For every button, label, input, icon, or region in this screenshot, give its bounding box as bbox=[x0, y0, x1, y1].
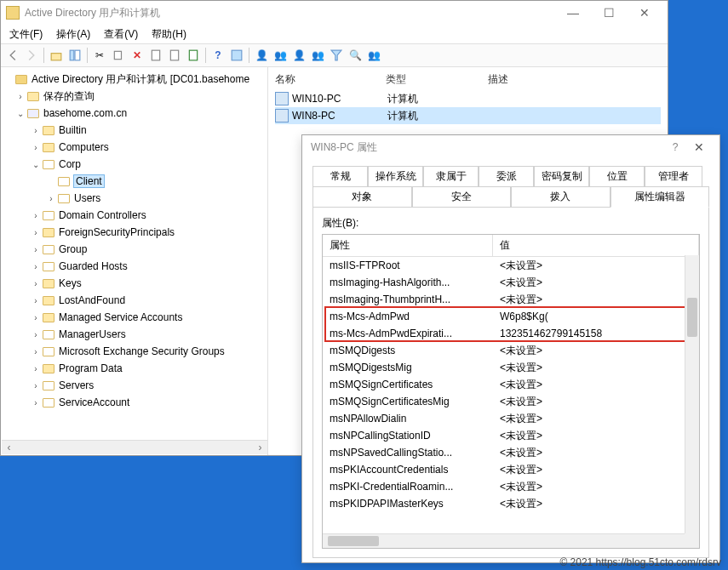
scrollbar-vertical[interactable] bbox=[685, 255, 699, 533]
attr-row[interactable]: msImaging-HashAlgorith...<未设置> bbox=[323, 274, 699, 291]
cell-name: WIN8-PC bbox=[292, 110, 387, 122]
properties-icon[interactable] bbox=[147, 47, 164, 64]
attr-row[interactable]: msNPCallingStationID<未设置> bbox=[323, 427, 699, 444]
tree-item-client[interactable]: Client bbox=[74, 175, 104, 187]
list-header[interactable]: 名称 类型 描述 bbox=[275, 72, 661, 90]
tab-delegation[interactable]: 委派 bbox=[479, 166, 534, 186]
tree-item[interactable]: Guarded Hosts bbox=[59, 260, 128, 272]
attr-row[interactable]: mSMQSignCertificates<未设置> bbox=[323, 376, 699, 393]
tab-managedby[interactable]: 管理者 bbox=[645, 166, 702, 186]
attr-row[interactable]: mSMQDigestsMig<未设置> bbox=[323, 359, 699, 376]
svg-rect-2 bbox=[75, 50, 80, 60]
attr-row[interactable]: msIIS-FTPRoot<未设置> bbox=[323, 257, 699, 274]
attr-row[interactable]: mSMQDigests<未设置> bbox=[323, 342, 699, 359]
tree-item[interactable]: Microsoft Exchange Security Groups bbox=[59, 345, 225, 357]
attr-row[interactable]: mSMQSignCertificatesMig<未设置> bbox=[323, 393, 699, 410]
watermark: © 2021 https://blog.51cto.com/rdsrv bbox=[559, 556, 721, 568]
help-icon[interactable]: ? bbox=[209, 47, 226, 64]
list-row[interactable]: WIN8-PC 计算机 bbox=[275, 107, 661, 124]
filter-icon[interactable] bbox=[328, 47, 345, 64]
tree-item[interactable]: Program Data bbox=[59, 362, 123, 374]
tab-os[interactable]: 操作系统 bbox=[368, 166, 423, 186]
col-name[interactable]: 名称 bbox=[275, 72, 386, 87]
tree-item[interactable]: Computers bbox=[59, 141, 109, 153]
maximize-button[interactable]: ☐ bbox=[591, 3, 627, 22]
tree-item[interactable]: Group bbox=[59, 243, 87, 255]
tab-location[interactable]: 位置 bbox=[589, 166, 645, 186]
attr-row[interactable]: msNPSavedCallingStatio...<未设置> bbox=[323, 444, 699, 461]
add-to-group-icon[interactable]: 👥 bbox=[309, 47, 326, 64]
attr-columns[interactable]: 属性 值 bbox=[323, 235, 699, 257]
tree-scrollbar-h[interactable]: ‹› bbox=[2, 440, 267, 454]
tree-item[interactable]: ManagerUsers bbox=[59, 328, 126, 340]
tree-item[interactable]: LostAndFound bbox=[59, 294, 125, 306]
copy-icon[interactable] bbox=[110, 47, 127, 64]
attr-row[interactable]: msImaging-ThumbprintH...<未设置> bbox=[323, 291, 699, 308]
new-group-icon[interactable]: 👥 bbox=[272, 47, 289, 64]
attr-row[interactable]: msNPAllowDialin<未设置> bbox=[323, 410, 699, 427]
col-type[interactable]: 类型 bbox=[386, 72, 488, 87]
tree-root[interactable]: Active Directory 用户和计算机 [DC01.basehome bbox=[32, 72, 249, 87]
tab-attribute-editor[interactable]: 属性编辑器 bbox=[610, 186, 710, 208]
menu-action[interactable]: 操作(A) bbox=[56, 27, 90, 42]
attr-name: mSMQSignCertificatesMig bbox=[330, 396, 500, 408]
up-icon[interactable] bbox=[48, 47, 65, 64]
raise-domain-icon[interactable]: 👥 bbox=[365, 47, 382, 64]
show-hide-tree-icon[interactable] bbox=[66, 47, 83, 64]
attr-row[interactable]: msPKI-CredentialRoamin...<未设置> bbox=[323, 478, 699, 495]
tree-item-corp[interactable]: Corp bbox=[59, 158, 81, 170]
tree-item[interactable]: Domain Controllers bbox=[59, 209, 146, 221]
refresh-icon[interactable] bbox=[166, 47, 183, 64]
tree-item-users[interactable]: Users bbox=[74, 192, 100, 204]
dialog-titlebar[interactable]: WIN8-PC 属性 ? ✕ bbox=[302, 135, 719, 159]
attr-row[interactable]: msPKIDPAPIMasterKeys<未设置> bbox=[323, 495, 699, 512]
tab-object[interactable]: 对象 bbox=[312, 186, 412, 208]
menu-help[interactable]: 帮助(H) bbox=[152, 27, 186, 42]
menu-file[interactable]: 文件(F) bbox=[9, 27, 43, 42]
tab-dialin[interactable]: 拨入 bbox=[511, 186, 610, 208]
dialog-close-button[interactable]: ✕ bbox=[687, 140, 711, 154]
scrollbar-thumb[interactable] bbox=[328, 536, 379, 546]
tab-general[interactable]: 常规 bbox=[312, 166, 368, 186]
tab-security[interactable]: 安全 bbox=[412, 186, 512, 208]
attr-row[interactable]: msPKIAccountCredentials<未设置> bbox=[323, 461, 699, 478]
new-user-icon[interactable]: 👤 bbox=[253, 47, 270, 64]
tab-password[interactable]: 密码复制 bbox=[534, 166, 589, 186]
minimize-button[interactable]: — bbox=[555, 3, 591, 22]
close-button[interactable]: ✕ bbox=[627, 3, 662, 22]
col-desc[interactable]: 描述 bbox=[488, 72, 661, 87]
search-icon[interactable]: 🔍 bbox=[347, 47, 364, 64]
attr-name: msImaging-HashAlgorith... bbox=[330, 276, 500, 288]
tree-domain[interactable]: basehome.com.cn bbox=[43, 107, 127, 119]
attr-row[interactable]: ms-Mcs-AdmPwdExpirati...1323514627991451… bbox=[323, 325, 699, 342]
tree-item[interactable]: Keys bbox=[59, 277, 82, 289]
tab-memberof[interactable]: 隶属于 bbox=[423, 166, 479, 186]
attr-row[interactable]: ms-Mcs-AdmPwdW6p8$Kg( bbox=[323, 308, 699, 325]
tree-item[interactable]: Servers bbox=[59, 379, 94, 391]
col-value[interactable]: 值 bbox=[493, 235, 699, 256]
delete-icon[interactable]: ✕ bbox=[129, 47, 146, 64]
tree-item[interactable]: Managed Service Accounts bbox=[59, 311, 182, 323]
titlebar[interactable]: Active Directory 用户和计算机 — ☐ ✕ bbox=[1, 1, 668, 25]
tree-pane[interactable]: Active Directory 用户和计算机 [DC01.basehome ›… bbox=[1, 67, 268, 455]
menu-view[interactable]: 查看(V) bbox=[104, 27, 138, 42]
export-icon[interactable] bbox=[185, 47, 202, 64]
list-row[interactable]: WIN10-PC 计算机 bbox=[275, 90, 661, 107]
new-ou-icon[interactable]: 👤 bbox=[290, 47, 307, 64]
ou-icon bbox=[42, 259, 55, 273]
tree-saved-queries[interactable]: 保存的查询 bbox=[43, 89, 95, 104]
scrollbar-horizontal[interactable] bbox=[323, 533, 685, 548]
dialog-help-button[interactable]: ? bbox=[663, 141, 687, 153]
tree-item[interactable]: Builtin bbox=[59, 124, 87, 136]
col-attribute[interactable]: 属性 bbox=[323, 235, 493, 256]
domain-icon bbox=[26, 106, 40, 120]
ou-icon bbox=[42, 396, 55, 409]
tree-item[interactable]: ServiceAccount bbox=[59, 396, 129, 408]
cut-icon[interactable]: ✂ bbox=[91, 47, 108, 64]
forward-icon[interactable] bbox=[23, 47, 40, 64]
scrollbar-thumb[interactable] bbox=[687, 298, 697, 337]
attributes-listview[interactable]: 属性 值 msIIS-FTPRoot<未设置>msImaging-HashAlg… bbox=[322, 234, 700, 549]
find-icon[interactable] bbox=[228, 47, 245, 64]
tree-item[interactable]: ForeignSecurityPrincipals bbox=[59, 226, 175, 238]
back-icon[interactable] bbox=[4, 47, 21, 64]
